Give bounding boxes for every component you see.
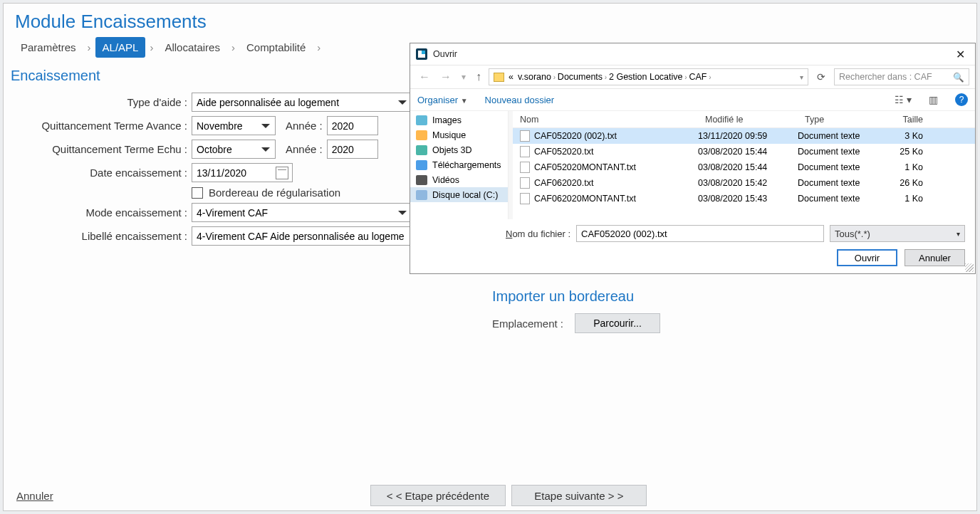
browse-button[interactable]: Parcourir...: [575, 313, 660, 333]
label-annee-avance: Année :: [286, 120, 327, 132]
select-terme-echu[interactable]: Octobre: [192, 140, 276, 159]
close-icon[interactable]: ✕: [952, 46, 969, 63]
tree-item[interactable]: Objets 3D: [410, 142, 508, 157]
chevron-right-icon: ›: [707, 73, 711, 81]
chevron-down-icon[interactable]: ▾: [800, 73, 803, 81]
path-segment[interactable]: Documents: [558, 72, 603, 82]
prev-step-button[interactable]: < < Etape précédente: [370, 485, 506, 506]
new-folder-button[interactable]: Nouveau dossier: [485, 95, 555, 105]
app-icon: [416, 48, 427, 60]
folder-icon: [416, 160, 427, 170]
preview-pane-icon[interactable]: ▥: [929, 94, 938, 105]
nav-back-icon[interactable]: ←: [416, 70, 433, 83]
tab-paramètres[interactable]: Paramètres: [14, 37, 83, 58]
page-title: Module Encaissements: [4, 4, 976, 37]
input-annee-echu[interactable]: [327, 140, 378, 159]
chevron-right-icon: ›: [603, 73, 609, 81]
chevron-right-icon: ›: [231, 41, 235, 53]
select-mode-enc[interactable]: 4-Virement CAF: [192, 203, 412, 222]
search-placeholder: Rechercher dans : CAF: [839, 72, 932, 82]
filename-input[interactable]: [576, 225, 824, 242]
label-terme-avance: Quittancement Terme Avance :: [11, 120, 192, 132]
address-bar[interactable]: « v.sorano › Documents › 2 Gestion Locat…: [489, 68, 808, 85]
nav-recent-icon[interactable]: ▾: [459, 72, 469, 82]
chevron-right-icon: ›: [150, 41, 153, 53]
file-icon: [520, 193, 530, 204]
input-libelle-enc[interactable]: [192, 226, 412, 246]
folder-icon: [416, 145, 427, 155]
folder-tree[interactable]: ImagesMusiqueObjets 3DTéléchargementsVid…: [410, 111, 509, 219]
tab-al/apl[interactable]: AL/APL: [95, 37, 146, 58]
next-step-button[interactable]: Etape suivante > >: [511, 485, 647, 506]
tree-item[interactable]: Musique: [410, 127, 508, 142]
file-row[interactable]: CAF052020MONTANT.txt03/08/2020 15:44Docu…: [513, 159, 975, 175]
tree-item[interactable]: Images: [410, 112, 508, 127]
file-row[interactable]: CAF052020.txt03/08/2020 15:44Document te…: [513, 144, 975, 159]
tab-allocataires[interactable]: Allocataires: [157, 37, 227, 58]
chevron-right-icon: ›: [88, 41, 91, 53]
tree-item[interactable]: Téléchargements: [410, 157, 508, 172]
search-icon: 🔍: [953, 72, 964, 83]
checkbox-bordereau[interactable]: [192, 187, 203, 199]
dialog-title: Ouvrir: [433, 49, 457, 59]
chevron-right-icon: ›: [551, 73, 558, 81]
open-button[interactable]: Ouvrir: [837, 249, 897, 266]
nav-up-icon[interactable]: ↑: [473, 70, 484, 83]
label-mode-enc: Mode encaissement :: [11, 206, 192, 219]
file-icon: [520, 130, 530, 142]
cancel-link[interactable]: Annuler: [16, 490, 53, 502]
folder-icon: [494, 73, 504, 82]
file-row[interactable]: CAF052020 (002).txt13/11/2020 09:59Docum…: [513, 128, 975, 144]
label-bordereau: Bordereau de régularisation: [209, 187, 340, 199]
label-emplacement: Emplacement :: [492, 318, 563, 330]
nav-fwd-icon[interactable]: →: [437, 70, 454, 83]
file-icon: [520, 177, 530, 189]
label-annee-echu: Année :: [286, 143, 327, 155]
file-row[interactable]: CAF062020MONTANT.txt03/08/2020 15:43Docu…: [513, 191, 975, 206]
label-libelle-enc: Libellé encaissement :: [11, 230, 192, 242]
label-type-aide: Type d'aide :: [11, 96, 192, 108]
tree-item[interactable]: Disque local (C:): [410, 187, 508, 202]
file-type-filter[interactable]: Tous(*.*)▾: [830, 225, 965, 242]
path-prefix: «: [509, 72, 514, 82]
folder-icon: [416, 175, 427, 185]
input-annee-avance[interactable]: [327, 116, 378, 135]
section-import: Importer un bordereau: [492, 288, 660, 310]
folder-icon: [416, 115, 427, 125]
resize-grip[interactable]: [965, 263, 974, 272]
chevron-right-icon: ›: [317, 41, 320, 53]
path-segment[interactable]: CAF: [689, 72, 707, 82]
folder-icon: [416, 190, 427, 200]
label-date-enc: Date encaissement :: [11, 167, 192, 179]
view-mode-icon[interactable]: ☷ ▾: [895, 94, 912, 105]
select-terme-avance[interactable]: Novembre: [192, 116, 276, 135]
refresh-icon[interactable]: ⟳: [813, 71, 830, 83]
help-icon[interactable]: ?: [955, 93, 968, 106]
select-type-aide[interactable]: Aide personnalisée au logement: [192, 93, 412, 112]
label-terme-echu: Quittancement Terme Echu :: [11, 143, 192, 155]
cancel-button[interactable]: Annuler: [905, 249, 965, 266]
path-segment[interactable]: v.sorano: [518, 72, 551, 82]
file-icon: [520, 162, 530, 173]
tab-comptabilité[interactable]: Comptabilité: [239, 37, 313, 58]
path-segment[interactable]: 2 Gestion Locative: [609, 72, 683, 82]
file-open-dialog: Ouvrir ✕ ← → ▾ ↑ « v.sorano › Documents …: [410, 43, 976, 274]
column-headers[interactable]: Nom Modifié le Type Taille: [513, 111, 975, 128]
organize-menu[interactable]: Organiser ▼: [417, 95, 468, 105]
folder-icon: [416, 130, 427, 140]
search-input[interactable]: Rechercher dans : CAF 🔍: [834, 68, 969, 85]
calendar-icon[interactable]: [276, 167, 288, 179]
file-row[interactable]: CAF062020.txt03/08/2020 15:42Document te…: [513, 175, 975, 191]
tree-item[interactable]: Vidéos: [410, 172, 508, 187]
file-icon: [520, 146, 530, 157]
